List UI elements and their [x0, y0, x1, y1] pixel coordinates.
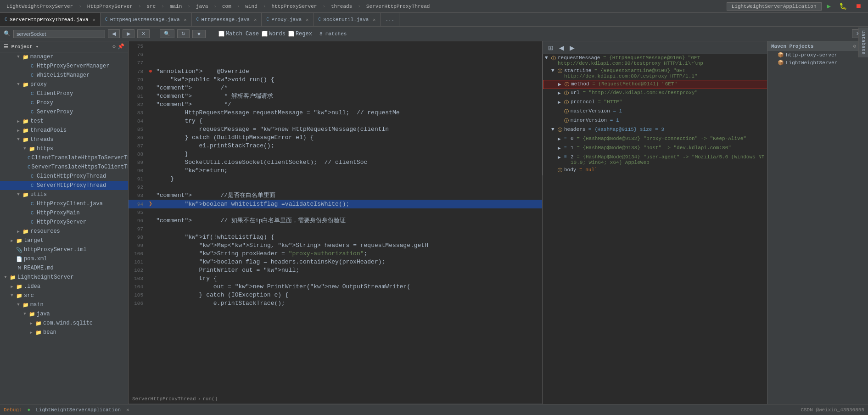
line-content[interactable]: } — [154, 150, 542, 158]
sidebar-item-clienthttpproxythread[interactable]: CClientHttpProxyThread — [0, 172, 128, 181]
app-selector[interactable]: LightWeightServerApplication — [727, 2, 822, 11]
debug-back-btn[interactable]: ◀ — [557, 43, 566, 52]
sidebar-item-resources[interactable]: ▶📁resources — [0, 227, 128, 236]
sidebar-item-com.wind.sqlite[interactable]: ▶📁com.wind.sqlite — [0, 319, 128, 328]
line-content[interactable]: "comment"> // 如果不在ip白名单里面，需要身份身份验证 — [154, 217, 542, 225]
sidebar-item-httpproxyclient.java[interactable]: CHttpProxyClient.java — [0, 199, 128, 208]
run-btn[interactable]: ▶ — [824, 1, 834, 11]
tab-close-0[interactable]: ✕ — [93, 17, 95, 22]
tab-httpmessage[interactable]: C HttpMessage.java ✕ — [192, 13, 262, 26]
close-search-btn[interactable]: ✕ — [137, 29, 150, 38]
tab-httprequestmessage[interactable]: C HttpRequestMessage.java ✕ — [101, 13, 192, 26]
tab-more[interactable]: ... — [381, 13, 399, 26]
debug-item-body[interactable]: ⓘbody = null — [543, 166, 767, 175]
match-case-label[interactable]: Match Case — [218, 31, 259, 37]
sidebar-item-.idea[interactable]: ▶📁.idea — [0, 282, 128, 291]
line-content[interactable]: "comment"> //是否在白名单里面 — [154, 191, 542, 200]
line-content[interactable]: "comment"> * 解析客户端请求 — [154, 92, 542, 101]
sidebar-item-proxy[interactable]: ▼📁proxy — [0, 80, 128, 89]
sidebar-item-threads[interactable]: ▼📁threads — [0, 135, 128, 144]
maven-item-lightweightserver[interactable]: 📦LightWeightServer — [767, 59, 868, 67]
database-tab[interactable]: Database — [858, 28, 868, 57]
line-content[interactable]: out = "kw">new PrintWriter("kw">new Outp… — [154, 283, 542, 291]
maven-item-http-proxy-server[interactable]: 📦http-proxy-server — [767, 51, 868, 59]
tab-proxy[interactable]: C Proxy.java ✕ — [262, 13, 314, 26]
line-content[interactable]: } catch (IOException e) { — [154, 291, 542, 299]
httpproxy-topbar[interactable]: httpProxyServer — [269, 3, 319, 10]
wind-topbar[interactable]: wind — [242, 3, 260, 10]
regex-label[interactable]: Regex — [288, 31, 312, 37]
words-checkbox[interactable] — [262, 31, 268, 37]
prev-match-btn[interactable]: ◀ — [108, 29, 120, 38]
sidebar-item-main[interactable]: ▼📁main — [0, 300, 128, 309]
sidebar-item-serverproxy[interactable]: CServerProxy — [0, 107, 128, 117]
debug-item-0[interactable]: ▶≡0 = {HashMap$Node@9132} "proxy-connect… — [543, 135, 767, 144]
sidebar-item-httpproxyserver[interactable]: CHttpProxyServer — [0, 218, 128, 227]
threads-topbar[interactable]: threads — [328, 3, 355, 10]
sidebar-item-httpproxyservermanager[interactable]: CHttpProxyServerManager — [0, 62, 128, 71]
sidebar-item-java[interactable]: ▼📁java — [0, 309, 128, 319]
maven-settings-icon[interactable]: ⚙ — [853, 43, 856, 49]
sidebar-item-test[interactable]: ▶📁test — [0, 117, 128, 126]
sidebar-settings-icon[interactable]: ⚙ — [112, 43, 116, 50]
debug-item-startLine[interactable]: ▼ⓘstartLine = {RequestStartLine@9109} "G… — [543, 67, 767, 80]
find-btn[interactable]: 🔍 — [160, 29, 174, 38]
line-content[interactable]: "kw">boolean whiteListflag =validateIsWh… — [154, 200, 542, 208]
line-content[interactable]: "comment"> /* — [154, 84, 542, 92]
sidebar-item-readme.md[interactable]: MREADME.md — [0, 264, 128, 273]
search-input[interactable] — [13, 30, 105, 38]
sidebar-item-proxy[interactable]: CProxy — [0, 98, 128, 107]
debug-item-method[interactable]: ▶ⓘmethod = {RequestMethod@9141} "GET" — [543, 80, 767, 89]
sidebar-item-bean[interactable]: ▶📁bean — [0, 328, 128, 337]
line-content[interactable]: try { — [154, 275, 542, 283]
debug-btn-top[interactable]: 🐛 — [836, 1, 850, 11]
sidebar-item-servertranslatehttpstoclientthread[interactable]: CServerTranslateHttpsToClientThread — [0, 163, 128, 172]
line-content[interactable]: } catch (BuildHttpMessageError e1) { — [154, 134, 542, 142]
tab-close-1[interactable]: ✕ — [184, 17, 187, 22]
sidebar-item-src[interactable]: ▼📁src — [0, 291, 128, 300]
sidebar-item-clienttranslatehttpstoserverthread[interactable]: CClientTranslateHttpsToServerThread — [0, 153, 128, 163]
line-content[interactable]: "annotation"> @Override — [154, 67, 542, 76]
line-content[interactable]: "kw">Map<"kw">String, "kw">String> heade… — [154, 241, 542, 250]
src-topbar[interactable]: src — [144, 3, 158, 10]
main-topbar[interactable]: main — [167, 3, 185, 10]
sidebar-item-target[interactable]: ▶📁target — [0, 236, 128, 245]
debug-close-icon[interactable]: ✕ — [126, 407, 129, 413]
words-label[interactable]: Words — [262, 31, 286, 37]
debug-item-headers[interactable]: ▼ⓘheaders = {HashMap@9115} size = 3 — [543, 126, 767, 135]
sidebar-item-utils[interactable]: ▼📁utils — [0, 190, 128, 199]
server-thread-topbar[interactable]: ServerHttpProxyThread — [364, 3, 433, 10]
stop-btn[interactable]: ⏹ — [852, 2, 864, 11]
sidebar-item-httpproxyserver.iml[interactable]: 📎httpProxyServer.iml — [0, 245, 128, 254]
java-topbar[interactable]: java — [193, 3, 211, 10]
line-content[interactable]: e1.printStackTrace(); — [154, 142, 542, 150]
next-match-btn[interactable]: ▶ — [123, 29, 134, 38]
sidebar-item-pom.xml[interactable]: 📄pom.xml — [0, 254, 128, 264]
line-content[interactable]: "kw">return; — [154, 167, 542, 175]
breadcrumb-class[interactable]: ServerHttpProxyThread — [132, 396, 196, 402]
debug-item-url[interactable]: ▶ⓘurl = "http://dev.kdlapi.com:80/testpr… — [543, 89, 767, 98]
match-case-checkbox[interactable] — [218, 31, 224, 37]
sidebar-item-clientproxy[interactable]: CClientProxy — [0, 89, 128, 98]
sidebar-pin-icon[interactable]: 📌 — [118, 43, 124, 50]
sidebar-item-https[interactable]: ▼📁https — [0, 144, 128, 153]
replace-btn[interactable]: ↻ — [177, 29, 190, 38]
sidebar-item-lightweightserver[interactable]: ▼📁LightWeightServer — [0, 273, 128, 282]
debug-item-minorVersion[interactable]: ⓘminorVersion = 1 — [543, 117, 767, 126]
tab-close-3[interactable]: ✕ — [306, 17, 308, 22]
debug-expand-all-btn[interactable]: ⊞ — [546, 43, 555, 52]
line-content[interactable]: e.printStackTrace(); — [154, 299, 542, 308]
breadcrumb-method[interactable]: run() — [202, 396, 218, 402]
sidebar-item-whitelistmanager[interactable]: CWhiteListManager — [0, 71, 128, 80]
line-content[interactable]: "kw">boolean flag = headers.containsKey(… — [154, 258, 542, 266]
tab-socketutil[interactable]: C SocketUtil.java ✕ — [314, 13, 381, 26]
debug-item-1[interactable]: ▶≡1 = {HashMap$Node@9133} "host" -> "dev… — [543, 144, 767, 153]
debug-app-name[interactable]: LightWeightServerApplication — [36, 407, 121, 413]
module-name-topbar[interactable]: HttpProxyServer — [84, 3, 135, 10]
debug-item-masterVersion[interactable]: ⓘmasterVersion = 1 — [543, 107, 767, 117]
debug-forward-btn[interactable]: ▶ — [568, 43, 577, 52]
tab-close-2[interactable]: ✕ — [254, 17, 257, 22]
line-content[interactable]: try { — [154, 117, 542, 125]
line-content[interactable]: "kw">String proxHeader = "proxy-authoriz… — [154, 250, 542, 258]
com-topbar[interactable]: com — [219, 3, 234, 10]
